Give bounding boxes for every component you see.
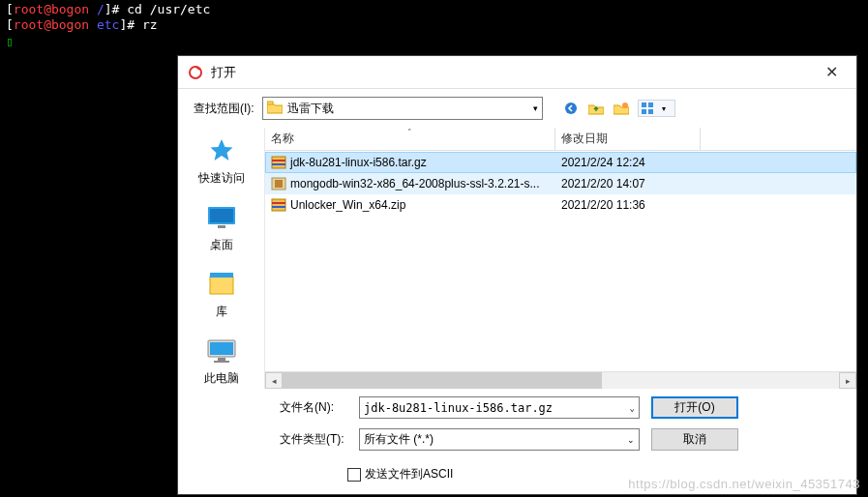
file-name: mongodb-win32-x86_64-2008plus-ssl-3.2.21… [290,177,539,190]
folder-icon [267,101,283,117]
svg-rect-26 [272,202,285,204]
svg-rect-16 [214,361,229,363]
svg-rect-12 [210,273,233,278]
file-row[interactable]: mongodb-win32-x86_64-2008plus-ssl-3.2.21… [265,173,856,194]
dialog-body: 快速访问 桌面 库 此电脑 网络 ˄ [178,128,856,389]
file-name: jdk-8u281-linux-i586.tar.gz [290,156,427,169]
sidebar-item-desktop[interactable]: 桌面 [178,196,264,259]
filetype-label: 文件类型(T): [280,431,347,448]
svg-rect-6 [642,109,646,114]
back-icon[interactable] [562,100,580,117]
svg-rect-25 [272,199,285,211]
computer-icon [204,334,239,368]
file-list-pane: ˄ 名称 修改日期 jdk-8u281-linux-i586.tar.gz 20… [265,128,856,389]
svg-rect-5 [648,102,653,107]
desktop-icon [204,200,239,235]
terminal: [root@bogon /]# cd /usr/etc [root@bogon … [0,0,868,51]
filename-value: jdk-8u281-linux-i586.tar.gz [364,401,553,415]
dialog-title: 打开 [211,64,812,81]
file-list[interactable]: jdk-8u281-linux-i586.tar.gz 2021/2/24 12… [265,151,856,371]
svg-rect-22 [272,163,285,165]
svg-rect-24 [275,180,283,188]
sidebar-item-thispc[interactable]: 此电脑 [178,330,264,389]
nav-toolbar: ▾ [562,100,675,117]
svg-rect-10 [218,225,225,228]
svg-rect-11 [210,277,233,294]
file-row[interactable]: Unlocker_Win_x64.zip 2021/2/20 11:36 [265,194,856,216]
svg-rect-7 [648,109,653,114]
chevron-down-icon: ⌄ [630,403,635,413]
chevron-down-icon: ▾ [533,103,538,113]
dialog-bottom: 文件名(N): jdk-8u281-linux-i586.tar.gz ⌄ 打开… [178,389,856,460]
lookin-dropdown[interactable]: 迅雷下载 ▾ [262,97,543,120]
close-button[interactable]: ✕ [812,58,851,87]
lookin-row: 查找范围(I): 迅雷下载 ▾ ▾ [178,89,856,128]
scroll-left-button[interactable]: ◂ [265,372,283,389]
open-file-dialog: 打开 ✕ 查找范围(I): 迅雷下载 ▾ ▾ 快速访问 [177,55,857,495]
column-header-name[interactable]: ˄ 名称 [265,128,555,150]
file-date: 2021/2/20 14:07 [555,177,701,190]
filename-label: 文件名(N): [280,399,347,416]
svg-rect-9 [210,209,233,222]
svg-rect-4 [642,102,646,107]
chevron-down-icon: ⌄ [627,435,635,445]
scroll-thumb[interactable] [283,372,602,389]
open-button[interactable]: 打开(O) [651,396,738,419]
svg-point-2 [565,102,577,114]
view-menu-icon[interactable]: ▾ [638,100,675,117]
app-icon [188,65,203,80]
libraries-icon [204,267,239,302]
sort-ascending-icon: ˄ [407,128,412,137]
svg-rect-21 [272,160,285,161]
lookin-label: 查找范围(I): [194,101,254,117]
svg-rect-1 [267,102,273,104]
archive-icon [271,155,286,170]
file-date: 2021/2/24 12:24 [555,156,701,169]
archive-icon [271,197,286,213]
scroll-track[interactable] [283,372,839,389]
svg-rect-14 [210,342,233,355]
scroll-right-button[interactable]: ▸ [839,372,856,389]
dialog-titlebar: 打开 ✕ [178,56,856,89]
svg-rect-15 [218,358,225,361]
close-icon: ✕ [825,63,838,81]
svg-rect-20 [272,157,285,168]
file-date: 2021/2/20 11:36 [555,198,701,212]
ascii-label: 发送文件到ASCII [365,466,453,482]
filetype-combo[interactable]: 所有文件 (*.*) ⌄ [359,428,640,451]
new-folder-icon[interactable] [613,100,630,117]
up-folder-icon[interactable] [587,100,605,117]
file-name: Unlocker_Win_x64.zip [290,198,405,212]
msi-icon [271,176,286,191]
file-list-header: ˄ 名称 修改日期 [265,128,856,151]
filetype-value: 所有文件 (*.*) [364,431,434,448]
column-header-modified[interactable]: 修改日期 [555,128,701,150]
places-sidebar: 快速访问 桌面 库 此电脑 网络 [178,128,265,389]
filename-combo[interactable]: jdk-8u281-linux-i586.tar.gz ⌄ [359,396,640,419]
checkbox-icon[interactable] [347,468,361,482]
sidebar-item-libraries[interactable]: 库 [178,263,264,326]
sidebar-item-quickaccess[interactable]: 快速访问 [178,130,264,192]
terminal-cursor: ▯ [6,34,14,48]
svg-point-3 [622,102,628,108]
horizontal-scrollbar[interactable]: ◂ ▸ [265,371,856,389]
cancel-button[interactable]: 取消 [651,428,738,451]
lookin-value: 迅雷下载 [287,101,334,117]
watermark: https://blog.csdn.net/weixin_45351743 [628,477,860,491]
star-icon [204,133,239,168]
svg-rect-27 [272,206,285,208]
file-row[interactable]: jdk-8u281-linux-i586.tar.gz 2021/2/24 12… [265,152,856,173]
